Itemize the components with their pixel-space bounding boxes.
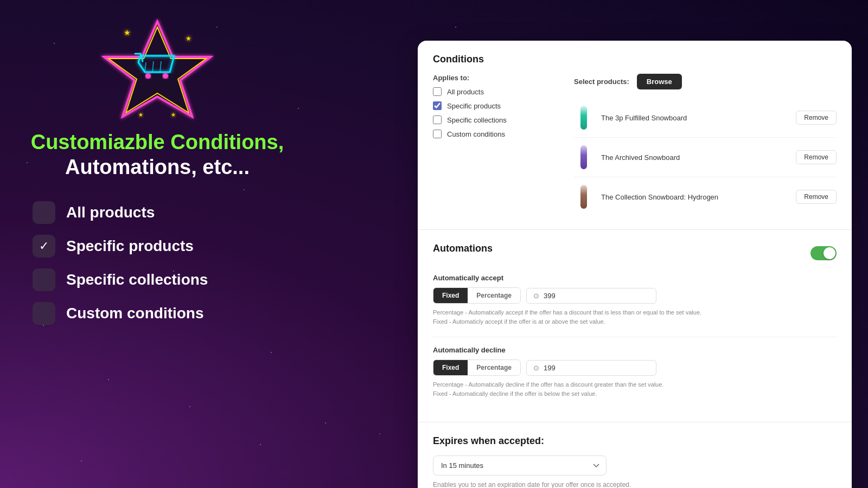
left-panel: ★ ★ ★ ★ Customiazble Conditions, Automat… — [0, 0, 315, 488]
accept-fixed-tab[interactable]: Fixed — [433, 288, 468, 303]
expires-section: Expires when accepted: In 15 minutes In … — [418, 422, 852, 488]
headline-line1: Customiazble Conditions, — [31, 130, 284, 155]
product-name-3: The Collection Snowboard: Hydrogen — [601, 193, 788, 201]
select-products-label: Select products: — [574, 78, 629, 86]
expires-title: Expires when accepted: — [433, 435, 837, 447]
decline-fixed-tab[interactable]: Fixed — [433, 360, 468, 375]
svg-text:★: ★ — [124, 28, 131, 37]
list-item: Custom conditions — [33, 302, 282, 325]
product-list: The 3p Fulfilled Snowboard Remove The Ar… — [574, 98, 837, 216]
decline-hint-line1: Percentage - Automatically decline if th… — [433, 380, 837, 389]
automations-header: Automations — [433, 243, 837, 263]
decline-tab-group: Fixed Percentage — [433, 359, 521, 376]
decline-percentage-tab[interactable]: Percentage — [468, 360, 520, 375]
browse-button[interactable]: Browse — [637, 74, 682, 89]
list-item: ✓ Specific products — [33, 235, 282, 258]
svg-text:★: ★ — [171, 112, 176, 118]
product-row: The Archived Snowboard Remove — [574, 138, 837, 177]
currency-icon-decline: ⊙ — [533, 364, 539, 372]
radio-label-all[interactable]: All products — [447, 88, 484, 96]
snowboard-icon-1 — [580, 106, 587, 130]
app-logo: ★ ★ ★ ★ — [87, 16, 228, 125]
auto-decline-label: Automatically decline — [433, 346, 837, 354]
accept-percentage-tab[interactable]: Percentage — [468, 288, 520, 303]
radio-group: All products Specific products Specific … — [433, 87, 552, 138]
radio-specific-collections: Specific collections — [433, 115, 552, 124]
checkbox-all-products-input[interactable] — [433, 87, 442, 96]
conditions-layout: Applies to: All products Specific produc… — [433, 74, 837, 216]
checkbox-specific-collections-input[interactable] — [433, 115, 442, 124]
automations-toggle[interactable] — [810, 246, 837, 260]
radio-label-custom[interactable]: Custom conditions — [447, 130, 505, 138]
checkbox-all-products — [33, 201, 55, 224]
checkbox-specific-products-input[interactable] — [433, 101, 442, 110]
product-name-2: The Archived Snowboard — [601, 153, 788, 162]
decline-value-input[interactable] — [544, 364, 649, 372]
remove-button-2[interactable]: Remove — [796, 150, 837, 164]
applies-to-col: Applies to: All products Specific produc… — [433, 74, 552, 216]
checklist: All products ✓ Specific products Specifi… — [0, 201, 315, 325]
checklist-label: All products — [66, 204, 155, 221]
remove-button-1[interactable]: Remove — [796, 111, 837, 125]
snowboard-icon-2 — [580, 145, 587, 169]
checkbox-specific-collections — [33, 268, 55, 291]
svg-point-2 — [145, 73, 151, 79]
conditions-title: Conditions — [433, 54, 837, 65]
auto-accept-label: Automatically accept — [433, 274, 837, 282]
decline-hint-line2: Fixed - Automatically decline if the off… — [433, 389, 837, 399]
decline-value-wrapper: ⊙ — [526, 360, 656, 376]
product-thumb-2 — [574, 144, 593, 170]
headline: Customiazble Conditions, Automations, et… — [9, 130, 306, 179]
remove-button-3[interactable]: Remove — [796, 190, 837, 204]
logo-container: ★ ★ ★ ★ — [81, 16, 233, 125]
applies-to-label: Applies to: — [433, 74, 552, 82]
auto-accept-section: Automatically accept Fixed Percentage ⊙ … — [433, 274, 837, 326]
radio-specific-products: Specific products — [433, 101, 552, 110]
conditions-section: Conditions Applies to: All products Spec… — [418, 41, 852, 230]
checklist-label: Specific collections — [66, 271, 208, 288]
select-products-header: Select products: Browse — [574, 74, 837, 89]
svg-text:★: ★ — [138, 112, 143, 118]
product-row: The 3p Fulfilled Snowboard Remove — [574, 98, 837, 138]
accept-hint: Percentage - Automatically accept if the… — [433, 308, 837, 326]
checklist-label: Specific products — [66, 237, 194, 255]
svg-marker-0 — [104, 22, 210, 117]
currency-icon-accept: ⊙ — [533, 292, 539, 300]
checklist-label: Custom conditions — [66, 305, 204, 322]
accept-hint-line1: Percentage - Automatically accept if the… — [433, 308, 837, 317]
checkbox-custom-conditions — [33, 302, 55, 325]
accept-hint-line2: Fixed - Automaticly accept if the offer … — [433, 317, 837, 326]
select-products-area: Select products: Browse The 3p Fulfilled… — [574, 74, 837, 216]
expires-hint: Enables you to set an expiration date fo… — [433, 481, 837, 488]
product-name-1: The 3p Fulfilled Snowboard — [601, 114, 788, 122]
product-row: The Collection Snowboard: Hydrogen Remov… — [574, 177, 837, 216]
list-item: All products — [33, 201, 282, 224]
radio-label-specific[interactable]: Specific products — [447, 102, 501, 110]
decline-input-row: Fixed Percentage ⊙ — [433, 359, 837, 376]
checkbox-specific-products: ✓ — [33, 235, 55, 258]
snowboard-icon-3 — [580, 185, 587, 209]
radio-custom-conditions: Custom conditions — [433, 130, 552, 138]
accept-value-input[interactable] — [544, 292, 649, 300]
accept-value-wrapper: ⊙ — [526, 288, 656, 304]
radio-all-products: All products — [433, 87, 552, 96]
right-panel: Conditions Applies to: All products Spec… — [418, 41, 852, 488]
checkbox-custom-conditions-input[interactable] — [433, 130, 442, 138]
expires-select[interactable]: In 15 minutes In 30 minutes In 1 hour In… — [433, 455, 607, 476]
accept-input-row: Fixed Percentage ⊙ — [433, 287, 837, 304]
product-thumb-3 — [574, 184, 593, 210]
accept-tab-group: Fixed Percentage — [433, 287, 521, 304]
decline-hint: Percentage - Automatically decline if th… — [433, 380, 837, 398]
auto-decline-section: Automatically decline Fixed Percentage ⊙… — [433, 346, 837, 398]
automations-title: Automations — [433, 243, 493, 254]
list-item: Specific collections — [33, 268, 282, 291]
radio-label-collections[interactable]: Specific collections — [447, 116, 507, 124]
headline-line2: Automations, etc... — [31, 155, 284, 180]
svg-text:★: ★ — [186, 35, 192, 42]
svg-point-3 — [163, 73, 168, 79]
divider — [433, 337, 837, 337]
automations-section: Automations Automatically accept Fixed P… — [418, 230, 852, 422]
product-thumb-1 — [574, 105, 593, 131]
